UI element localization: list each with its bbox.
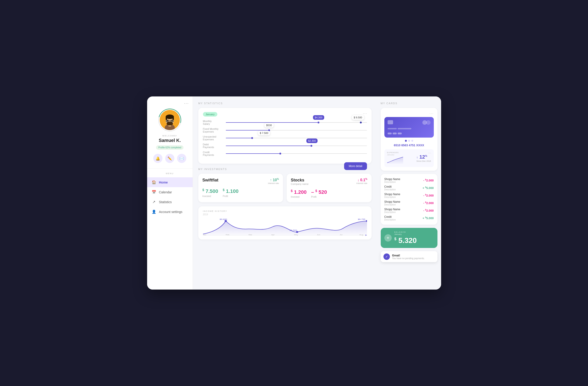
txn-row-1: Credit Description + $5.000 — [384, 185, 434, 191]
invest-header-stocks: Stocks Company name ↓ 0.1% Interest rate — [291, 178, 367, 185]
income-history-year: 2019 — [203, 213, 367, 216]
sidebar-item-statistics-label: Statistics — [159, 200, 172, 204]
toast-content: Great! You have no pending payments. — [392, 254, 425, 260]
txn-info-5: Credit Description — [384, 215, 396, 221]
profile-badge: Profile 62% completed — [156, 145, 184, 150]
sidebar-item-statistics[interactable]: ↗ Statistics — [147, 197, 193, 207]
stat-track-credit — [226, 153, 367, 154]
income-history-title: INCOME HISTORY — [203, 210, 367, 212]
stat-dot-credit — [279, 153, 281, 154]
stocks-profit-desc: Profit — [311, 196, 327, 198]
card-widget-dots[interactable]: ··· — [430, 112, 434, 115]
stat-row-debit: DebitPayments $2.300 — [203, 143, 367, 149]
stat-fill-fixed — [226, 130, 268, 131]
stocks-subtitle: Company name — [291, 183, 309, 185]
stat-dot-debit: $2.300 — [311, 145, 312, 147]
invest-card-swiftfiat: Swiftfiat ↑ 10% Interest rate $ 7.500 In… — [198, 174, 283, 202]
svg-text:Apr: Apr — [271, 234, 274, 236]
txn-amount-2: - $2.000 — [423, 193, 434, 197]
txn-info-0: Shopp Name Description — [384, 177, 400, 183]
cc-nav-dot3[interactable] — [411, 140, 413, 142]
stat-label-salary: MonthlySalary — [203, 120, 224, 125]
exp-pct: ↑ 12% — [416, 154, 431, 160]
sidebar-item-account[interactable]: 👤 Account settings — [147, 207, 193, 217]
edit-button[interactable]: ✏️ — [165, 154, 174, 163]
january-badge: January — [203, 112, 217, 116]
svg-text:Jun: Jun — [317, 234, 320, 236]
stat-tooltip-salary2: $ 9.500 — [352, 115, 364, 120]
svg-point-11 — [167, 120, 168, 122]
cc-line1 — [388, 128, 397, 129]
sidebar-item-home[interactable]: 🏠 Home — [147, 177, 193, 187]
invest-values-swiftfiat: $ 7.500 Invested $ 1.100 Profit — [203, 188, 279, 197]
stat-tooltip-fixed: $530 — [265, 123, 274, 128]
exp-dots[interactable]: ··· — [428, 151, 432, 155]
sidebar-item-calendar[interactable]: 📅 Calendar — [147, 187, 193, 197]
txn-amount-3: - $2.000 — [423, 201, 434, 205]
svg-rect-7 — [172, 117, 174, 120]
cc-chip — [388, 120, 393, 124]
stat-track-salary: $4.300 $ 9.500 — [226, 122, 367, 123]
cc-circle2 — [426, 120, 431, 125]
sidebar: ··· — [147, 96, 193, 290]
balance-add-button[interactable]: + — [384, 234, 392, 242]
income-history-chart: $9.800 $9.500 $9.755 Jan Feb Mar Apr May… — [203, 218, 367, 236]
my-cards-title: MY CARDS — [381, 102, 438, 105]
chart-label-jan: $9.800 — [220, 218, 227, 220]
sidebar-item-home-label: Home — [159, 181, 168, 184]
notification-button[interactable]: 🔔 — [153, 154, 163, 163]
stocks-rate-label: Interest rate — [356, 182, 367, 184]
transactions-card: Shopp Name Description - $2.000 Credit D… — [381, 174, 438, 225]
swiftfiat-profit-desc: Profit — [223, 195, 238, 197]
cc-nav-dot1[interactable] — [405, 140, 407, 142]
cc-icons — [422, 120, 431, 125]
svg-text:May: May — [294, 234, 298, 236]
txn-desc-3: Description — [384, 203, 400, 206]
stat-track-unexpected: $ 7.500 — [226, 138, 367, 138]
txn-row-0: Shopp Name Description - $2.000 — [384, 177, 434, 183]
txn-row-3: Shopp Name Description - $2.000 — [384, 200, 434, 206]
more-detail-button[interactable]: More detail — [344, 162, 367, 170]
stat-tooltip-unexpected: $ 7.500 — [258, 131, 270, 135]
txn-desc-5: Description — [384, 218, 396, 221]
stocks-profit: – $ 520 Profit — [311, 189, 327, 198]
credit-card-visual — [384, 117, 434, 137]
app-container: ··· — [147, 96, 441, 290]
swiftfiat-invested-desc: Invested — [203, 195, 218, 197]
cc-nav-dot2[interactable] — [408, 140, 410, 142]
txn-info-2: Shopp Name Description — [384, 193, 400, 198]
stat-fill-credit — [226, 153, 279, 154]
mail-button[interactable]: ✉️ — [177, 154, 186, 163]
stocks-invested-desc: Invested — [291, 196, 307, 198]
investments-row: Swiftfiat ↑ 10% Interest rate $ 7.500 In… — [198, 174, 372, 202]
txn-amount-1: + $5.000 — [422, 186, 434, 190]
income-history-svg: $9.800 $9.500 $9.755 Jan Feb Mar Apr May… — [203, 218, 367, 236]
statistics-card-dots[interactable]: ··· — [363, 112, 367, 116]
stocks-invested-amount: $ 1.200 — [291, 189, 307, 195]
balance-amount: $ 5.320 — [395, 236, 434, 245]
exp-since: Since Dec 2018 — [416, 160, 431, 162]
cc-dots-nav — [384, 140, 434, 142]
stat-row-fixed: Fixed MonthlyExpenses $530 — [203, 128, 367, 133]
sidebar-dots[interactable]: ··· — [184, 101, 192, 106]
card-widget: ··· — [381, 108, 438, 171]
txn-info-3: Shopp Name Description — [384, 200, 400, 206]
txn-name-4: Shopp Name — [384, 208, 400, 211]
nav-items: 🏠 Home 📅 Calendar ↗ Statistics 👤 Account… — [147, 177, 193, 217]
swiftfiat-invested: $ 7.500 Invested — [203, 188, 218, 197]
txn-desc-4: Description — [384, 211, 400, 213]
stocks-profit-amount: – $ 520 — [311, 189, 327, 195]
stat-fill-unexpected — [226, 138, 251, 138]
svg-text:Jan: Jan — [203, 234, 206, 236]
expenses-pct-area: ↑ 12% Since Dec 2018 — [416, 154, 431, 162]
right-panel: MY CARDS ··· — [377, 96, 441, 290]
stat-label-credit: CreditPayments — [203, 151, 224, 156]
avatar-svg — [160, 110, 180, 130]
stat-dot-unexpected: $ 7.500 — [251, 137, 253, 139]
txn-desc-1: Description — [384, 188, 396, 191]
txn-name-1: Credit — [384, 185, 396, 188]
stat-tooltip-debit: $2.300 — [306, 138, 318, 143]
expenses-mini: EXPENSES January ↑ 12% — [384, 149, 434, 167]
stat-bar-credit — [226, 151, 367, 156]
calendar-icon: 📅 — [152, 190, 156, 194]
